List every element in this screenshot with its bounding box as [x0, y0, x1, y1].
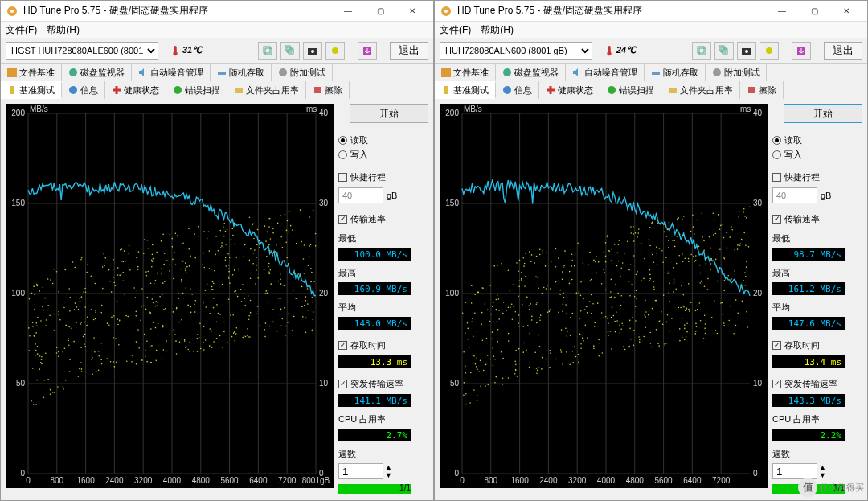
- svg-point-408: [212, 289, 214, 290]
- svg-point-1063: [719, 268, 721, 269]
- svg-point-653: [256, 313, 257, 314]
- radio-write[interactable]: 写入: [772, 147, 862, 162]
- tab-health[interactable]: 健康状态: [539, 81, 600, 99]
- svg-point-353: [86, 272, 88, 273]
- close-button[interactable]: ✕: [830, 2, 862, 21]
- tab-health[interactable]: 健康状态: [105, 81, 166, 99]
- settings-button[interactable]: [326, 42, 345, 60]
- tab-erase[interactable]: 擦除: [740, 81, 784, 99]
- tab-error-scan[interactable]: 错误扫描: [600, 81, 661, 99]
- check-transfer[interactable]: ✓传输速率: [338, 211, 428, 226]
- passes-input[interactable]: [772, 463, 817, 479]
- save-button[interactable]: [358, 42, 377, 60]
- start-button[interactable]: 开始: [350, 104, 428, 123]
- menu-help[interactable]: 帮助(H): [481, 23, 514, 37]
- passes-input[interactable]: [338, 463, 383, 479]
- tab-info[interactable]: 信息: [62, 81, 105, 99]
- svg-text:30: 30: [753, 199, 763, 207]
- check-access[interactable]: ✓存取时间: [772, 338, 862, 352]
- svg-point-72: [36, 285, 38, 287]
- svg-point-124: [235, 290, 237, 292]
- screenshot-button[interactable]: [737, 42, 756, 60]
- tab-random-access[interactable]: 随机存取: [645, 64, 706, 81]
- minimize-button[interactable]: —: [332, 2, 364, 21]
- svg-point-1113: [497, 341, 498, 343]
- exit-button[interactable]: 退出: [824, 42, 862, 60]
- short-stroke-input[interactable]: [772, 187, 817, 203]
- maximize-button[interactable]: ▢: [364, 2, 396, 21]
- save-button[interactable]: [792, 42, 811, 60]
- drive-select[interactable]: HUH728080ALN600 (8001 gB): [440, 42, 592, 60]
- tab-file-benchmark[interactable]: 文件基准: [435, 64, 496, 81]
- radio-read[interactable]: 读取: [772, 133, 862, 147]
- menu-help[interactable]: 帮助(H): [47, 23, 80, 37]
- minimize-button[interactable]: —: [766, 2, 798, 21]
- svg-point-759: [518, 380, 519, 381]
- check-burst[interactable]: ✓突发传输速率: [772, 376, 862, 391]
- tab-benchmark[interactable]: 基准测试: [435, 81, 496, 99]
- svg-point-761: [521, 272, 522, 273]
- svg-rect-21: [314, 87, 321, 93]
- check-access[interactable]: ✓存取时间: [338, 338, 428, 352]
- svg-point-1181: [501, 351, 502, 353]
- svg-point-544: [137, 266, 139, 268]
- copy-all-button[interactable]: [714, 42, 734, 60]
- tab-aam[interactable]: 自动噪音管理: [566, 64, 645, 81]
- svg-point-88: [256, 257, 258, 258]
- svg-point-877: [610, 291, 612, 293]
- tab-erase[interactable]: 擦除: [306, 81, 350, 99]
- svg-point-456: [257, 306, 259, 307]
- copy-button[interactable]: [692, 42, 711, 60]
- tab-benchmark[interactable]: 基准测试: [1, 81, 62, 99]
- menu-file[interactable]: 文件(F): [6, 23, 37, 37]
- svg-point-405: [141, 306, 142, 308]
- exit-button[interactable]: 退出: [390, 42, 428, 60]
- tab-folder-usage[interactable]: 文件夹占用率: [661, 81, 740, 99]
- close-button[interactable]: ✕: [396, 2, 428, 21]
- svg-point-1249: [638, 336, 640, 338]
- svg-point-368: [296, 243, 297, 244]
- svg-text:20: 20: [753, 289, 763, 298]
- tabs-row-1: 文件基准 磁盘监视器 自动噪音管理 随机存取 附加测试: [435, 64, 867, 81]
- svg-point-1013: [483, 370, 485, 372]
- tab-aam[interactable]: 自动噪音管理: [132, 64, 211, 81]
- svg-point-739: [502, 313, 504, 314]
- radio-write[interactable]: 写入: [338, 147, 428, 162]
- copy-button[interactable]: [258, 42, 277, 60]
- tab-folder-usage[interactable]: 文件夹占用率: [227, 81, 306, 99]
- short-stroke-input[interactable]: [338, 187, 383, 203]
- settings-button[interactable]: [760, 42, 779, 60]
- svg-point-313: [216, 321, 218, 322]
- svg-point-164: [152, 244, 154, 246]
- copy-all-button[interactable]: [280, 42, 300, 60]
- check-short-stroke[interactable]: 快捷行程: [772, 170, 862, 184]
- svg-point-1221: [486, 338, 488, 339]
- tab-info[interactable]: 信息: [496, 81, 539, 99]
- svg-point-905: [543, 287, 545, 289]
- tab-disk-monitor[interactable]: 磁盘监视器: [62, 64, 132, 81]
- tab-extra-tests[interactable]: 附加测试: [706, 64, 767, 81]
- svg-point-1239: [688, 309, 690, 310]
- svg-point-103: [278, 298, 280, 299]
- svg-point-283: [264, 269, 265, 271]
- start-button[interactable]: 开始: [784, 104, 862, 123]
- svg-point-427: [257, 229, 259, 231]
- tab-error-scan[interactable]: 错误扫描: [166, 81, 227, 99]
- tab-disk-monitor[interactable]: 磁盘监视器: [496, 64, 566, 81]
- screenshot-button[interactable]: [303, 42, 322, 60]
- content: 0501001502000102030400800160024003200400…: [435, 99, 867, 500]
- svg-point-442: [267, 232, 268, 233]
- maximize-button[interactable]: ▢: [798, 2, 830, 21]
- check-transfer[interactable]: ✓传输速率: [772, 211, 862, 226]
- svg-point-1137: [518, 286, 520, 288]
- check-burst[interactable]: ✓突发传输速率: [338, 376, 428, 391]
- tab-extra-tests[interactable]: 附加测试: [272, 64, 333, 81]
- menu-file[interactable]: 文件(F): [440, 23, 471, 37]
- check-short-stroke[interactable]: 快捷行程: [338, 170, 428, 184]
- tab-file-benchmark[interactable]: 文件基准: [1, 64, 62, 81]
- radio-read[interactable]: 读取: [338, 133, 428, 147]
- benchmark-chart: 0501001502000102030400800160024003200400…: [440, 104, 768, 488]
- drive-select[interactable]: HGST HUH728080ALE600 (8001 gB): [6, 42, 158, 60]
- tab-random-access[interactable]: 随机存取: [211, 64, 272, 81]
- svg-text:8001gB: 8001gB: [302, 476, 330, 485]
